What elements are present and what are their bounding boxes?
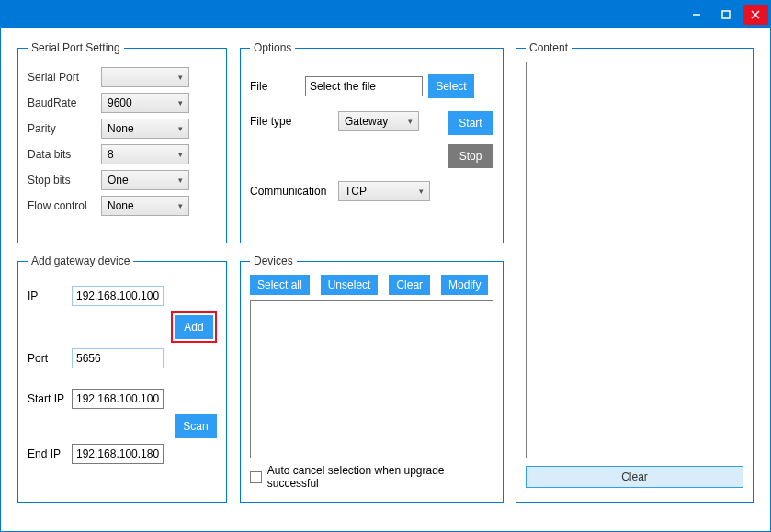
serial-port-combo[interactable]: ▾	[101, 67, 189, 87]
stop-button[interactable]: Stop	[448, 144, 493, 168]
ip-label: IP	[28, 289, 72, 302]
select-button[interactable]: Select	[428, 74, 474, 98]
port-label: Port	[28, 352, 72, 365]
svg-rect-1	[722, 11, 730, 18]
minimize-button[interactable]	[684, 5, 709, 25]
chevron-down-icon: ▾	[178, 150, 183, 159]
file-input[interactable]	[305, 76, 423, 96]
select-all-button[interactable]: Select all	[250, 275, 310, 295]
parity-combo[interactable]: None▾	[101, 119, 189, 139]
close-button[interactable]	[743, 5, 768, 25]
chevron-down-icon: ▾	[178, 124, 183, 133]
stopbits-label: Stop bits	[28, 174, 101, 187]
chevron-down-icon: ▾	[419, 187, 424, 196]
content-legend: Content	[526, 41, 572, 54]
serial-legend: Serial Port Setting	[28, 41, 124, 54]
databits-combo[interactable]: 8▾	[101, 144, 189, 164]
flowcontrol-label: Flow control	[28, 199, 101, 212]
chevron-down-icon: ▾	[178, 73, 183, 82]
devices-legend: Devices	[250, 255, 297, 267]
content-box[interactable]	[526, 62, 743, 458]
devices-clear-button[interactable]: Clear	[389, 275, 430, 295]
ip-input[interactable]	[72, 286, 164, 306]
baudrate-label: BaudRate	[28, 96, 101, 109]
addgw-legend: Add gateway device	[28, 255, 133, 267]
chevron-down-icon: ▾	[408, 117, 413, 126]
serial-port-setting-group: Serial Port Setting Serial Port ▾ BaudRa…	[17, 41, 227, 243]
maximize-button[interactable]	[713, 5, 739, 25]
auto-cancel-checkbox[interactable]	[250, 471, 262, 483]
parity-label: Parity	[28, 122, 101, 135]
add-button-highlight: Add	[171, 311, 217, 343]
unselect-button[interactable]: Unselect	[321, 275, 379, 295]
startip-label: Start IP	[28, 392, 72, 405]
add-button[interactable]: Add	[175, 315, 213, 339]
file-label: File	[250, 80, 305, 93]
start-button[interactable]: Start	[448, 111, 493, 135]
chevron-down-icon: ▾	[178, 98, 183, 108]
titlebar	[1, 1, 770, 28]
serial-port-label: Serial Port	[28, 71, 101, 84]
chevron-down-icon: ▾	[178, 201, 183, 210]
scan-button[interactable]: Scan	[175, 414, 217, 438]
flowcontrol-combo[interactable]: None▾	[101, 196, 189, 216]
baudrate-combo[interactable]: 9600▾	[101, 93, 189, 113]
filetype-label: File type	[250, 111, 338, 128]
communication-combo[interactable]: TCP▾	[338, 181, 430, 201]
content-clear-button[interactable]: Clear	[526, 466, 743, 488]
close-icon	[750, 9, 761, 20]
endip-input[interactable]	[72, 444, 164, 464]
stopbits-combo[interactable]: One▾	[101, 170, 189, 190]
startip-input[interactable]	[72, 389, 164, 409]
communication-label: Communication	[250, 185, 338, 198]
modify-button[interactable]: Modify	[441, 275, 488, 295]
minimize-icon	[691, 9, 702, 20]
devices-group: Devices Select all Unselect Clear Modify…	[240, 255, 504, 503]
devices-list[interactable]	[250, 300, 493, 458]
port-input[interactable]	[72, 348, 164, 368]
endip-label: End IP	[28, 447, 72, 460]
options-group: Options File Select File type Gateway▾ S…	[240, 41, 504, 243]
chevron-down-icon: ▾	[178, 175, 183, 185]
app-window: Serial Port Setting Serial Port ▾ BaudRa…	[0, 0, 771, 532]
databits-label: Data bits	[28, 148, 101, 161]
options-legend: Options	[250, 41, 295, 54]
content-group: Content Clear	[516, 41, 754, 503]
filetype-combo[interactable]: Gateway▾	[338, 111, 419, 131]
add-gateway-device-group: Add gateway device IP Add Port Start IP …	[17, 255, 227, 503]
maximize-icon	[720, 9, 731, 20]
auto-cancel-label: Auto cancel selection when upgrade succe…	[267, 464, 493, 490]
